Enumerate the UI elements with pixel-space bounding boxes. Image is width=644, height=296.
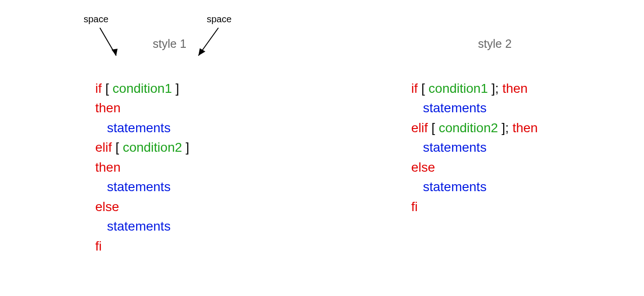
style1-title: style 1 [95,37,244,51]
kw-fi: fi [411,199,418,214]
bracket-open: [ [116,140,119,154]
statements: statements [423,140,486,154]
bracket-close: ] [186,140,190,154]
kw-else: else [411,160,435,174]
style2-code: if [ condition1 ]; then statements elif … [411,59,578,217]
bracket-close: ] [176,81,179,96]
kw-then: then [513,121,538,135]
bracket-open: [ [421,81,425,96]
bracket-close-semi: ]; [502,121,509,135]
statements: statements [107,121,171,135]
annotation-space-left: space [84,14,108,25]
statements: statements [423,180,486,194]
kw-elif: elif [411,121,428,135]
style1-panel: style 1 if [ condition1 ] then statement… [95,37,244,256]
kw-if: if [95,81,102,96]
style2-panel: style 2 if [ condition1 ]; then statemen… [411,37,578,217]
kw-then: then [502,81,528,96]
kw-elif: elif [95,140,112,154]
statements: statements [107,219,171,233]
kw-if: if [411,81,418,96]
style2-title: style 2 [411,37,578,51]
condition2: condition2 [439,121,498,135]
style1-code: if [ condition1 ] then statements elif [… [95,59,244,256]
kw-else: else [95,199,119,214]
bracket-open: [ [432,121,435,135]
kw-then: then [95,160,121,174]
bracket-open: [ [105,81,109,96]
kw-fi: fi [95,239,102,253]
bracket-close-semi: ]; [492,81,499,96]
condition1: condition1 [428,81,488,96]
condition1: condition1 [112,81,172,96]
kw-then: then [95,101,121,115]
statements: statements [423,101,486,115]
statements: statements [107,180,171,194]
annotation-space-right: space [207,14,231,25]
condition2: condition2 [123,140,182,154]
